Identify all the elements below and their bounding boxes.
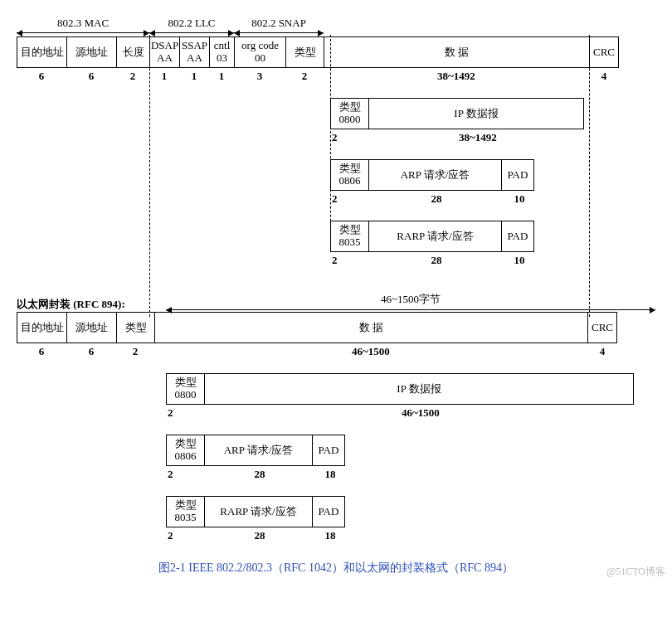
eth-size: 46~1500 xyxy=(154,343,587,358)
ieee-payload-0800: 类型 0800IP 数据报 238~1492 xyxy=(330,98,655,144)
eth-field: 源地址 xyxy=(66,312,116,343)
ieee-payload-row: 类型 8035RARP 请求/应答PAD xyxy=(330,221,655,252)
ieee-payload-field: IP 数据报 xyxy=(368,98,584,129)
ieee-size: 2 xyxy=(116,68,149,83)
eth-payload-field: ARP 请求/应答 xyxy=(204,435,312,466)
ieee-size: 4 xyxy=(589,68,619,83)
ieee-payload-size: 2 xyxy=(330,129,370,144)
ieee-payload-field: PAD xyxy=(501,159,534,191)
eth-payload-field: 类型 0806 xyxy=(166,435,204,466)
eth-payload-sizes: 22818 xyxy=(166,527,655,542)
eth-payload-row: 类型 0806ARP 请求/应答PAD xyxy=(166,435,655,466)
ieee-payload-8035: 类型 8035RARP 请求/应答PAD 22810 xyxy=(330,221,655,267)
ieee-payload-size: 38~1492 xyxy=(370,129,586,144)
ieee-sizes: 6621113238~14924 xyxy=(17,68,655,83)
section-llc: 802.2 LLC xyxy=(149,17,234,35)
eth-payload-size: 28 xyxy=(206,466,314,481)
eth-payload-field: 类型 8035 xyxy=(166,496,204,527)
eth-payload-field: IP 数据报 xyxy=(204,373,634,405)
section-snap: 802.2 SNAP xyxy=(234,17,324,35)
ieee-field: 长度 xyxy=(116,36,149,68)
ieee-payload-row: 类型 0800IP 数据报 xyxy=(330,98,655,129)
ieee-payload-sizes: 238~1492 xyxy=(330,129,655,144)
eth-payload-row: 类型 8035RARP 请求/应答PAD xyxy=(166,496,655,527)
eth-field: 数 据 xyxy=(154,312,587,343)
ieee-payload-size: 28 xyxy=(370,191,503,206)
ieee-size: 6 xyxy=(17,68,66,83)
eth-payload-sizes: 22818 xyxy=(166,466,655,481)
eth-payload-field: PAD xyxy=(312,435,345,466)
eth-payload-size: 2 xyxy=(166,466,206,481)
eth-payload-8035: 类型 8035RARP 请求/应答PAD 22818 xyxy=(166,496,655,542)
ieee-payload-0806: 类型 0806ARP 请求/应答PAD 22810 xyxy=(330,159,655,206)
ieee-size: 3 xyxy=(234,68,285,83)
ieee-payload-field: 类型 0806 xyxy=(330,159,368,191)
ieee-field: 源地址 xyxy=(66,36,116,68)
eth-payload-size: 28 xyxy=(206,527,314,542)
ieee-field: 类型 xyxy=(285,36,324,68)
ieee-payload-size: 2 xyxy=(330,191,370,206)
eth-size: 2 xyxy=(116,343,154,358)
watermark: @51CTO博客 xyxy=(606,565,665,579)
ieee-field: CRC xyxy=(589,36,619,68)
section-mac: 802.3 MAC xyxy=(17,17,149,35)
ieee-field: DSAP AA xyxy=(149,36,179,68)
eth-sizes: 66246~15004 xyxy=(17,343,655,358)
eth-payload-size: 46~1500 xyxy=(206,405,635,420)
ieee-size: 6 xyxy=(66,68,116,83)
ieee-payload-size: 28 xyxy=(370,252,503,267)
ieee-payload-row: 类型 0806ARP 请求/应答PAD xyxy=(330,159,655,191)
eth-payload-row: 类型 0800IP 数据报 xyxy=(166,373,655,405)
eth-payload-field: 类型 0800 xyxy=(166,373,204,405)
ieee-field: SSAP AA xyxy=(179,36,209,68)
eth-payload-field: PAD xyxy=(312,496,345,527)
figure-caption: 图2-1 IEEE 802.2/802.3（RFC 1042）和以太网的封装格式… xyxy=(17,561,655,576)
eth-field: 目的地址 xyxy=(17,312,66,343)
ieee-payload-size: 10 xyxy=(503,252,536,267)
ieee-payload-field: 类型 8035 xyxy=(330,221,368,252)
ieee-payload-sizes: 22810 xyxy=(330,191,655,206)
dashed-divider-left xyxy=(149,35,150,317)
ieee-section-headers: 802.3 MAC 802.2 LLC 802.2 SNAP xyxy=(17,17,655,35)
eth-payload-field: RARP 请求/应答 xyxy=(204,496,312,527)
eth-payload-0806: 类型 0806ARP 请求/应答PAD 22818 xyxy=(166,435,655,481)
eth-size: 6 xyxy=(66,343,116,358)
eth-field: CRC xyxy=(587,312,617,343)
eth-label: 以太网封装 (RFC 894): xyxy=(17,297,166,312)
ieee-payload-field: 类型 0800 xyxy=(330,98,368,129)
ieee-row: 目的地址源地址长度DSAP AASSAP AAcntl 03org code 0… xyxy=(17,36,655,68)
eth-payload-size: 18 xyxy=(314,466,347,481)
ieee-field: 数 据 xyxy=(324,36,589,68)
dashed-divider-right xyxy=(589,35,590,317)
ieee-field: cntl 03 xyxy=(209,36,234,68)
eth-size: 6 xyxy=(17,343,66,358)
eth-payload-0800: 类型 0800IP 数据报 246~1500 xyxy=(166,373,655,420)
ieee-size: 38~1492 xyxy=(324,68,589,83)
ieee-size: 1 xyxy=(179,68,209,83)
eth-size: 4 xyxy=(587,343,617,358)
eth-payload-size: 2 xyxy=(166,405,206,420)
ieee-size: 2 xyxy=(285,68,324,83)
eth-payload-sizes: 246~1500 xyxy=(166,405,655,420)
ieee-payload-size: 2 xyxy=(330,252,370,267)
ieee-field: 目的地址 xyxy=(17,36,66,68)
ieee-payload-field: RARP 请求/应答 xyxy=(368,221,501,252)
eth-data-span: 46~1500字节 xyxy=(166,292,655,312)
ieee-payload-field: PAD xyxy=(501,221,534,252)
ieee-payload-sizes: 22810 xyxy=(330,252,655,267)
dashed-divider-mid xyxy=(330,35,331,246)
ieee-payload-field: ARP 请求/应答 xyxy=(368,159,501,191)
ieee-size: 1 xyxy=(209,68,234,83)
ieee-field: org code 00 xyxy=(234,36,285,68)
ieee-size: 1 xyxy=(149,68,179,83)
eth-payload-size: 2 xyxy=(166,527,206,542)
eth-row: 目的地址源地址类型数 据CRC xyxy=(17,312,655,343)
ieee-payload-size: 10 xyxy=(503,191,536,206)
eth-payload-size: 18 xyxy=(314,527,347,542)
